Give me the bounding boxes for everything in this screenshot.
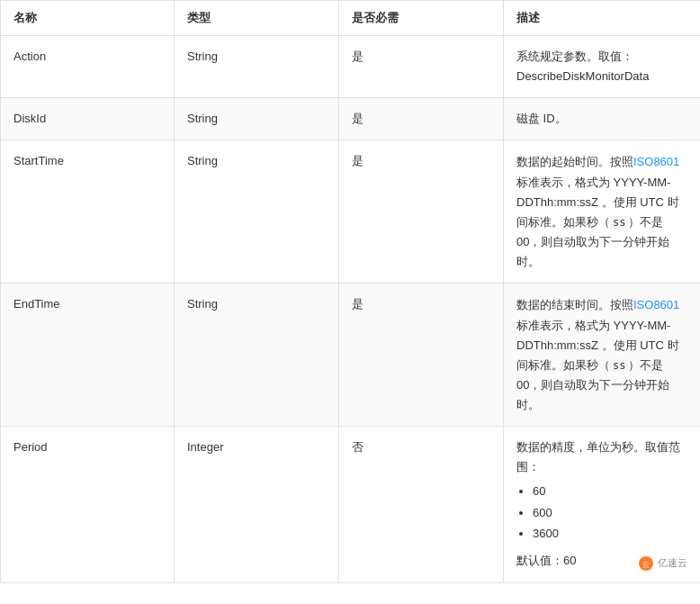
table-row: StartTime String 是 数据的起始时间。按照ISO8601标准表示… <box>1 140 701 284</box>
period-bullets: 60 600 3600 <box>516 481 687 544</box>
header-type: 类型 <box>175 1 339 36</box>
desc-intro: 数据的精度，单位为秒。取值范围： <box>516 440 680 473</box>
list-item: 60 <box>533 481 687 501</box>
table-row: EndTime String 是 数据的结束时间。按照ISO8601标准表示，格… <box>1 284 701 427</box>
row-type: String <box>175 140 339 284</box>
row-type: String <box>175 98 339 140</box>
row-required: 是 <box>339 98 504 140</box>
row-required: 否 <box>339 427 504 583</box>
row-description: 数据的精度，单位为秒。取值范围： 60 600 3600 默认值：60 云 亿速… <box>504 427 701 583</box>
row-type: String <box>175 284 339 427</box>
desc-prefix: 数据的结束时间。按照 <box>516 298 633 311</box>
row-description: 数据的结束时间。按照ISO8601标准表示，格式为 YYYY-MM-DDThh:… <box>504 284 701 427</box>
svg-text:云: 云 <box>642 561 650 569</box>
footer-badge: 云 亿速云 <box>638 554 687 572</box>
list-item: 600 <box>533 502 687 523</box>
row-name: StartTime <box>1 140 175 284</box>
list-item: 3600 <box>533 523 687 544</box>
iso8601-link-endtime[interactable]: ISO8601 <box>633 298 679 311</box>
row-name: EndTime <box>1 284 175 427</box>
row-name: Period <box>1 427 175 583</box>
badge-label: 亿速云 <box>658 554 687 572</box>
header-name: 名称 <box>1 1 175 36</box>
row-required: 是 <box>339 36 504 98</box>
params-table: 名称 类型 是否必需 描述 Action String 是 系统规定参数。取值：… <box>0 0 700 583</box>
row-required: 是 <box>339 284 504 427</box>
desc-prefix: 数据的起始时间。按照 <box>516 155 633 168</box>
header-description: 描述 <box>504 1 701 36</box>
row-required: 是 <box>339 140 504 284</box>
row-type: String <box>175 36 339 98</box>
row-description: 磁盘 ID。 <box>504 98 701 140</box>
iso8601-link-starttime[interactable]: ISO8601 <box>633 155 679 168</box>
row-type: Integer <box>175 427 339 583</box>
code-ss: ss <box>610 359 628 372</box>
row-name: Action <box>1 36 175 98</box>
table-row: Action String 是 系统规定参数。取值：DescribeDiskMo… <box>1 36 701 98</box>
header-required: 是否必需 <box>339 1 504 36</box>
yisuyun-logo-icon: 云 <box>638 555 654 572</box>
row-description: 数据的起始时间。按照ISO8601标准表示，格式为 YYYY-MM-DDThh:… <box>504 140 701 284</box>
code-ss: ss <box>610 216 628 229</box>
row-description: 系统规定参数。取值：DescribeDiskMonitorData <box>504 36 701 98</box>
table-row: Period Integer 否 数据的精度，单位为秒。取值范围： 60 600… <box>1 427 701 583</box>
period-default: 默认值：60 <box>516 551 576 571</box>
row-name: DiskId <box>1 98 175 140</box>
table-row: DiskId String 是 磁盘 ID。 <box>1 98 701 140</box>
